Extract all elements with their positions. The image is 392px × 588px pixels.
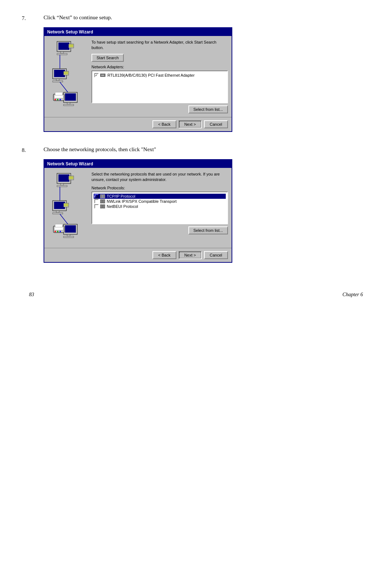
svg-rect-52 <box>100 200 102 203</box>
svg-rect-51 <box>103 194 105 198</box>
svg-rect-27 <box>58 174 69 182</box>
svg-rect-49 <box>55 224 62 227</box>
wizard-titlebar-1: Network Setup Wizard <box>44 28 232 36</box>
svg-rect-10 <box>53 81 63 82</box>
svg-rect-45 <box>54 227 63 230</box>
svg-rect-23 <box>55 92 62 95</box>
back-button-1[interactable]: < Back <box>152 120 176 128</box>
nwlink-icon <box>100 199 105 204</box>
adapter-list: RTL8139(A/B/C/8130) PCI Fast Ethernet Ad… <box>91 71 228 103</box>
cancel-button-2[interactable]: Cancel <box>204 251 228 259</box>
svg-rect-34 <box>54 202 65 209</box>
protocol-name-tcpip: TCP/IP Protocol <box>107 194 135 198</box>
protocol-item-netbeui: NetBEUI Protocol <box>94 204 226 209</box>
select-from-list-button-1[interactable]: Select from list... <box>188 105 228 113</box>
svg-line-13 <box>60 82 68 92</box>
svg-rect-29 <box>57 185 67 187</box>
svg-rect-15 <box>65 93 76 101</box>
wizard-description-2: Select the networking protocols that are… <box>91 172 228 183</box>
svg-rect-50 <box>100 194 102 198</box>
tcpip-icon <box>100 194 105 198</box>
svg-rect-31 <box>69 176 73 179</box>
wizard-titlebar-2: Network Setup Wizard <box>44 160 232 168</box>
svg-rect-5 <box>69 44 73 47</box>
svg-rect-53 <box>103 200 105 203</box>
wizard-description-1: To have setup start searching for a Netw… <box>91 40 228 51</box>
network-illustration-2 <box>50 172 86 244</box>
page-number: 83 <box>29 292 34 298</box>
svg-rect-38 <box>64 204 68 206</box>
page-footer: 83 Chapter 6 <box>22 292 370 298</box>
svg-rect-2 <box>61 52 64 53</box>
wizard-window-2: Network Setup Wizard <box>44 159 232 263</box>
back-button-2[interactable]: < Back <box>152 251 176 259</box>
svg-rect-19 <box>54 95 63 98</box>
svg-rect-1 <box>58 43 69 50</box>
wizard-illustration-2 <box>48 172 88 244</box>
step-7-number: 7. <box>22 15 44 21</box>
svg-rect-36 <box>53 213 63 214</box>
protocols-label: Network Protocols: <box>91 186 228 190</box>
adapters-label: Network Adapters: <box>91 65 228 69</box>
network-illustration-1 <box>50 40 86 112</box>
wizard-title-1: Network Setup Wizard <box>47 29 93 35</box>
wizard-illustration-1 <box>48 40 88 113</box>
svg-point-46 <box>54 231 56 232</box>
svg-rect-55 <box>103 205 105 208</box>
network-adapter-icon <box>100 73 106 77</box>
select-from-list-button-2[interactable]: Select from list... <box>188 226 228 234</box>
svg-point-20 <box>54 99 56 100</box>
wizard-body-1: To have setup start searching for a Netw… <box>44 36 232 117</box>
svg-rect-3 <box>57 53 67 55</box>
wizard-footer-2: < Back Next > Cancel <box>44 248 232 262</box>
protocols-list: ✓ TCP/IP Protocol <box>91 192 228 224</box>
svg-line-39 <box>60 214 68 224</box>
netbeui-icon <box>100 204 105 209</box>
svg-point-21 <box>57 99 58 100</box>
protocol-item-tcpip: ✓ TCP/IP Protocol <box>94 194 226 199</box>
svg-rect-35 <box>56 211 59 213</box>
svg-point-48 <box>60 231 61 232</box>
protocol-name-nwlink: NWLink IPX/SPX Compatible Transport <box>107 199 177 204</box>
wizard-body-2: Select the networking protocols that are… <box>44 168 232 248</box>
svg-rect-42 <box>67 234 70 236</box>
next-button-2[interactable]: Next > <box>179 251 202 259</box>
chapter-label: Chapter 6 <box>343 292 363 298</box>
next-button-1[interactable]: Next > <box>179 120 202 128</box>
wizard-content-1: To have setup start searching for a Netw… <box>91 40 228 113</box>
svg-rect-12 <box>64 72 68 74</box>
step-7: 7. Click “Next” to continue setup. Netwo… <box>22 15 370 132</box>
adapter-name: RTL8139(A/B/C/8130) PCI Fast Ethernet Ad… <box>107 73 195 77</box>
svg-rect-41 <box>65 225 76 233</box>
step-7-text: Click “Next” to continue setup. <box>44 15 232 21</box>
svg-rect-17 <box>64 104 74 106</box>
svg-point-22 <box>60 99 61 100</box>
wizard-title-2: Network Setup Wizard <box>47 161 93 166</box>
wizard-footer-1: < Back Next > Cancel <box>44 117 232 131</box>
step-8-text: Choose the networking protocols, then cl… <box>44 146 232 153</box>
protocol-checkbox-tcpip[interactable]: ✓ <box>94 194 99 198</box>
svg-rect-9 <box>56 79 59 81</box>
svg-rect-43 <box>64 236 74 238</box>
cancel-button-1[interactable]: Cancel <box>204 120 228 128</box>
wizard-window-1: Network Setup Wizard <box>44 27 232 132</box>
svg-rect-16 <box>67 102 70 104</box>
step-8-number: 8. <box>22 146 44 153</box>
svg-rect-25 <box>101 74 105 76</box>
svg-rect-54 <box>100 205 102 208</box>
protocol-checkbox-nwlink[interactable] <box>94 199 99 204</box>
svg-rect-8 <box>54 70 65 77</box>
protocol-item-nwlink: NWLink IPX/SPX Compatible Transport <box>94 199 226 204</box>
adapter-item: RTL8139(A/B/C/8130) PCI Fast Ethernet Ad… <box>94 73 226 78</box>
protocol-checkbox-netbeui[interactable] <box>94 204 99 209</box>
wizard-content-2: Select the networking protocols that are… <box>91 172 228 244</box>
protocol-name-netbeui: NetBEUI Protocol <box>107 204 138 209</box>
adapter-checkbox[interactable] <box>94 73 99 77</box>
svg-rect-28 <box>61 184 64 185</box>
svg-point-47 <box>57 231 58 232</box>
step-8: 8. Choose the networking protocols, then… <box>22 146 370 263</box>
start-search-button[interactable]: Start Search <box>91 54 124 62</box>
